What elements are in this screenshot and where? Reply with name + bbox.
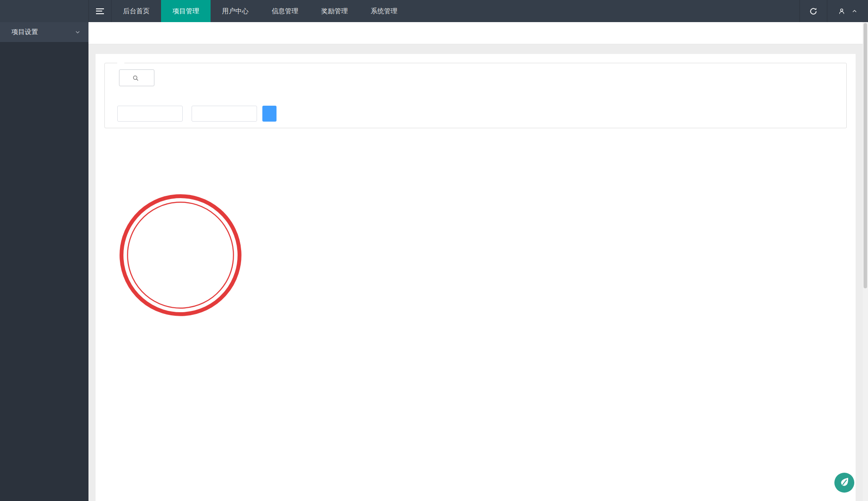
filter-row [111,69,840,86]
chevron-up-icon [852,8,857,14]
sidebar-item[interactable]: 项目设置 [0,22,88,42]
refresh-button[interactable] [799,0,827,22]
theme-fab-button[interactable] [834,472,855,493]
today-total [113,92,115,100]
top-nav-label: 用户中心 [222,7,249,15]
search-button[interactable] [119,69,154,86]
main-content [88,22,868,501]
search-panel [104,63,847,128]
admin-menu[interactable] [827,0,868,22]
topbar: 后台首页 项目管理 用户中心 信息管理 奖励管理 系统管理 [0,0,868,22]
topbar-right [799,0,868,22]
top-nav-item[interactable]: 奖励管理 [310,0,359,22]
top-nav: 后台首页 项目管理 用户中心 信息管理 奖励管理 系统管理 [111,0,409,22]
content-card [96,54,856,501]
top-nav-item[interactable]: 用户中心 [211,0,260,22]
export-paid-orders-button[interactable] [262,106,277,122]
end-time-input[interactable] [192,106,257,122]
menu-toggle-button[interactable] [88,0,111,22]
start-time-input[interactable] [117,106,183,122]
top-nav-item[interactable]: 后台首页 [111,0,161,22]
top-nav-item[interactable]: 系统管理 [359,0,409,22]
scrollbar-thumb[interactable] [864,23,867,288]
chevron-down-icon [75,29,81,35]
sidebar: 项目设置 [0,22,88,501]
export-row [113,106,840,122]
top-nav-label: 系统管理 [371,7,397,15]
all-total [132,92,135,100]
refresh-icon [809,7,818,15]
stats-row [113,92,840,100]
search-icon [132,75,139,81]
user-icon [838,8,845,15]
app-logo[interactable] [0,0,88,22]
scrollbar[interactable] [863,22,868,501]
top-nav-item[interactable]: 项目管理 [161,0,211,22]
top-nav-item[interactable]: 信息管理 [260,0,310,22]
top-nav-label: 奖励管理 [321,7,348,15]
top-nav-label: 项目管理 [173,7,199,15]
breadcrumb [88,22,868,44]
top-nav-label: 后台首页 [123,7,150,15]
hamburger-icon [96,8,104,14]
pen-icon [834,472,855,493]
top-nav-label: 信息管理 [272,7,298,15]
sidebar-item-label: 项目设置 [12,28,38,36]
